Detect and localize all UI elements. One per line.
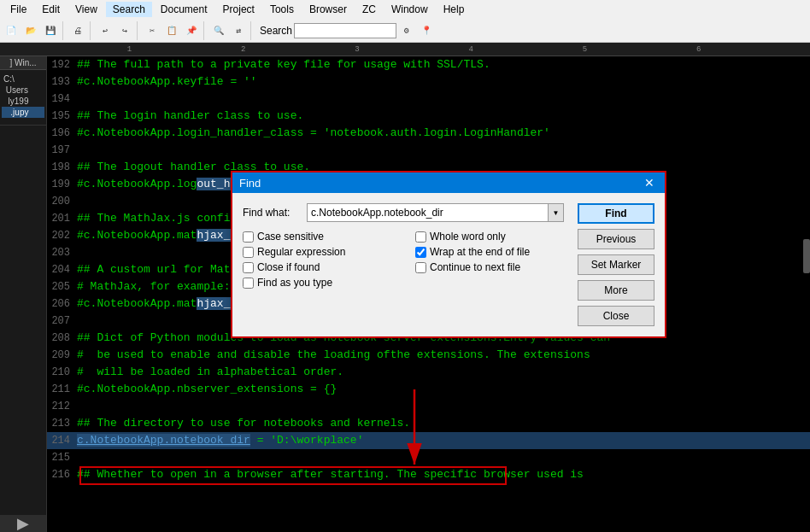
tb-cut[interactable]: ✂ <box>143 21 161 40</box>
table-row: 197 <box>47 142 810 159</box>
find-dialog: Find ✕ Find what: ▼ Case sensitive <box>231 171 666 338</box>
option-wrap[interactable]: Wrap at the end of file <box>415 246 571 258</box>
tb-find[interactable]: 🔍 <box>209 21 228 40</box>
toolbar: 📄 📂 💾 🖨 ↩ ↪ ✂ 📋 📌 🔍 ⇄ Search ⚙ 📍 <box>0 19 810 43</box>
buttons-column: Find Previous Set Marker More Close <box>578 203 654 326</box>
option-close-if-found[interactable]: Close if found <box>243 261 398 273</box>
table-row: 192 ## The full path to a private key fi… <box>47 56 810 73</box>
more-button[interactable]: More <box>578 280 654 301</box>
ruler-content: 1 2 3 4 5 6 7 8 9 0 1 <box>0 43 810 56</box>
find-what-input[interactable] <box>307 203 549 222</box>
find-input-wrapper: ▼ <box>307 203 564 222</box>
option-regex[interactable]: Regular expression <box>243 246 398 258</box>
menu-tools[interactable]: Tools <box>263 2 301 17</box>
menu-file[interactable]: File <box>3 2 33 17</box>
previous-button[interactable]: Previous <box>578 229 654 249</box>
find-what-row: Find what: ▼ <box>243 203 571 222</box>
tb-separator-1 <box>62 21 66 40</box>
table-row: 216 ## Whether to open in a browser afte… <box>47 466 810 483</box>
tb-save[interactable]: 💾 <box>41 21 60 40</box>
table-row: 209 # be used to enable and disable the … <box>47 347 810 364</box>
table-row: 195 ## The login handler class to use. <box>47 108 810 125</box>
option-whole-word[interactable]: Whole word only <box>415 231 571 243</box>
menu-browser[interactable]: Browser <box>302 2 354 17</box>
menu-zc[interactable]: ZC <box>355 2 383 17</box>
tb-undo[interactable]: ↩ <box>96 21 114 40</box>
table-row: 212 <box>47 398 810 415</box>
search-bar: Search <box>260 23 396 38</box>
tb-replace[interactable]: ⇄ <box>229 21 248 40</box>
table-row: 210 # will be loaded in alphabetical ord… <box>47 364 810 381</box>
wrap-checkbox[interactable] <box>415 247 426 258</box>
regex-checkbox[interactable] <box>243 247 254 258</box>
menu-search[interactable]: Search <box>106 2 152 17</box>
tb-redo[interactable]: ↪ <box>115 21 134 40</box>
tree-item-jupy[interactable]: .jupy <box>2 107 44 118</box>
find-dropdown-button[interactable]: ▼ <box>549 203 564 222</box>
tb-new[interactable]: 📄 <box>2 21 21 40</box>
menu-view[interactable]: View <box>68 2 104 17</box>
table-row: 214 c.NotebookApp.notebook_dir = 'D:\wor… <box>47 432 810 449</box>
sidebar: ] Win... C:\ Users ly199 .jupy ▶ <box>0 56 47 532</box>
sidebar-tree: C:\ Users ly199 .jupy <box>0 70 46 121</box>
table-row: 194 <box>47 91 810 108</box>
tb-separator-4 <box>203 21 207 40</box>
menu-edit[interactable]: Edit <box>35 2 67 17</box>
menu-help[interactable]: Help <box>437 2 472 17</box>
tree-item-c[interactable]: C:\ <box>2 73 44 85</box>
tb-separator-3 <box>137 21 140 40</box>
table-row: 213 ## The directory to use for notebook… <box>47 415 810 432</box>
tb-search-btn[interactable]: ⚙ <box>397 21 416 40</box>
tb-separator-5 <box>250 21 254 40</box>
tb-copy[interactable]: 📋 <box>162 21 181 40</box>
table-row: 211 #c.NotebookApp.nbserver_extensions =… <box>47 381 810 398</box>
menu-project[interactable]: Project <box>216 2 261 17</box>
find-what-label: Find what: <box>243 207 307 219</box>
menu-window[interactable]: Window <box>384 2 435 17</box>
sidebar-expand-btn[interactable]: ▶ <box>17 514 29 532</box>
set-marker-button[interactable]: Set Marker <box>578 254 654 275</box>
dialog-body: Find what: ▼ Case sensitive Whole word o… <box>232 193 665 336</box>
option-continue-next[interactable]: Continue to next file <box>415 261 571 273</box>
tree-item-users[interactable]: Users <box>2 85 44 96</box>
search-label: Search <box>260 25 292 37</box>
menu-document[interactable]: Document <box>154 2 214 17</box>
option-find-as-you-type[interactable]: Find as you type <box>243 277 398 289</box>
tb-open[interactable]: 📂 <box>21 21 40 40</box>
tb-separator-2 <box>90 21 93 40</box>
close-button[interactable]: Close <box>578 306 654 326</box>
sidebar-header: ] Win... <box>0 56 46 70</box>
table-row: 196 #c.NotebookApp.login_handler_class =… <box>47 125 810 142</box>
table-row: 215 <box>47 449 810 466</box>
dialog-titlebar: Find ✕ <box>232 172 665 193</box>
dialog-close-button[interactable]: ✕ <box>641 176 658 190</box>
table-row: 193 #c.NotebookApp.keyfile = '' <box>47 73 810 91</box>
tb-print[interactable]: 🖨 <box>68 21 87 40</box>
options-grid: Case sensitive Whole word only Regular e… <box>243 231 571 289</box>
case-sensitive-checkbox[interactable] <box>243 231 254 243</box>
continue-next-checkbox[interactable] <box>415 262 426 273</box>
dialog-title: Find <box>239 177 261 190</box>
whole-word-checkbox[interactable] <box>415 231 426 243</box>
ruler: 1 2 3 4 5 6 7 8 9 0 1 <box>0 43 810 56</box>
option-case-sensitive[interactable]: Case sensitive <box>243 231 398 243</box>
close-if-found-checkbox[interactable] <box>243 262 254 273</box>
search-input[interactable] <box>294 23 396 38</box>
tree-item-ly199[interactable]: ly199 <box>2 96 44 107</box>
find-as-you-type-checkbox[interactable] <box>243 278 254 289</box>
tb-marker[interactable]: 📍 <box>417 21 436 40</box>
menubar: File Edit View Search Document Project T… <box>0 0 810 19</box>
find-button[interactable]: Find <box>578 203 654 224</box>
tb-paste[interactable]: 📌 <box>182 21 201 40</box>
